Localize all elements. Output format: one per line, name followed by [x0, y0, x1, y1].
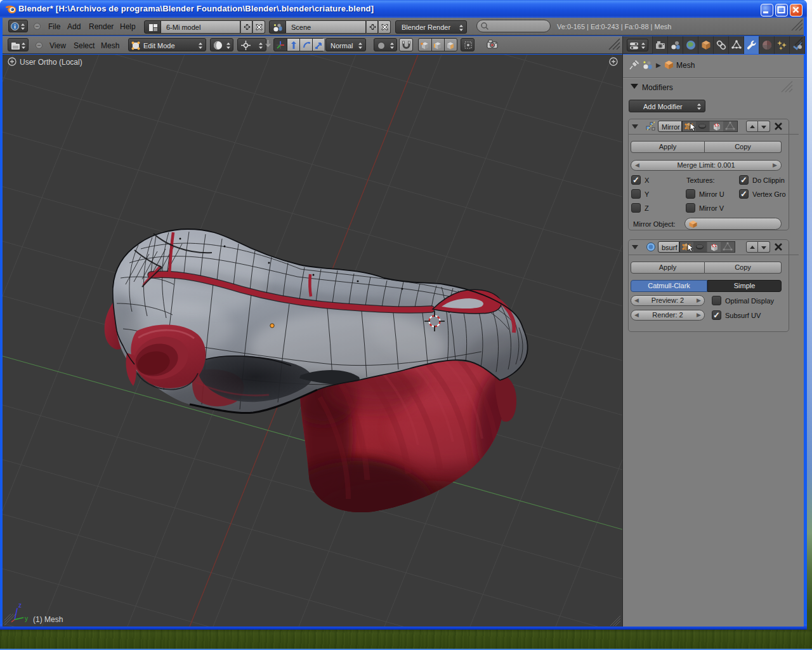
svg-text:z: z: [18, 602, 22, 609]
svg-text:(1) Mesh: (1) Mesh: [33, 615, 63, 624]
svg-text:y: y: [25, 615, 28, 622]
svg-text:User Ortho (Local): User Ortho (Local): [20, 58, 82, 67]
svg-text:i: i: [14, 23, 16, 30]
